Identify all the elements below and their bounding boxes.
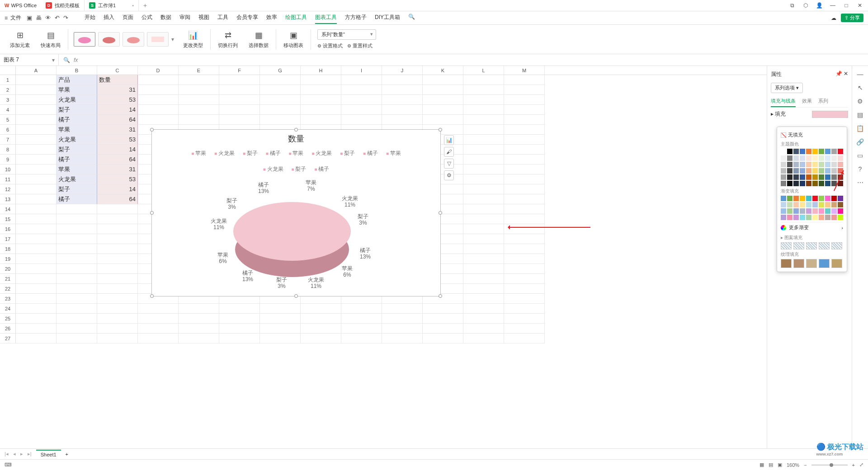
tab-efficiency[interactable]: 效率 xyxy=(266,12,277,24)
table-row[interactable]: 1产品数量 xyxy=(0,75,767,85)
new-tab-button[interactable]: + xyxy=(139,2,151,9)
sheet-area[interactable]: A B C D E F G H I J K L M 1产品数量2苹果313火龙果… xyxy=(0,66,767,459)
reset-style-button[interactable]: 重置样式 xyxy=(347,42,373,49)
color-swatch[interactable] xyxy=(793,162,799,167)
undo-icon[interactable]: ↶ xyxy=(55,14,60,21)
color-swatch[interactable] xyxy=(812,149,818,154)
tab-effect[interactable]: 效果 xyxy=(802,96,812,107)
tab-diy[interactable]: DIY工具箱 xyxy=(375,12,400,24)
color-swatch[interactable] xyxy=(806,181,811,186)
color-swatch[interactable] xyxy=(819,174,824,180)
color-swatch[interactable] xyxy=(800,162,805,167)
tab-data[interactable]: 数据 xyxy=(160,12,171,24)
chart-settings-icon[interactable]: ⚙ xyxy=(444,170,454,180)
gradient-swatch[interactable] xyxy=(793,196,799,201)
gradient-swatch[interactable] xyxy=(800,208,805,214)
series-options-button[interactable]: 系列选项 ▾ xyxy=(771,83,803,93)
chart-style-3[interactable] xyxy=(123,32,144,47)
print-icon[interactable]: 🖶 xyxy=(36,14,42,21)
gradient-swatch[interactable] xyxy=(825,215,830,220)
color-swatch[interactable] xyxy=(800,149,805,154)
tab-view[interactable]: 视图 xyxy=(198,12,209,24)
color-swatch[interactable] xyxy=(825,155,830,161)
color-swatch[interactable] xyxy=(838,155,843,161)
tab-series-opt[interactable]: 系列 xyxy=(818,96,828,107)
color-swatch[interactable] xyxy=(800,174,805,180)
gradient-swatch[interactable] xyxy=(812,208,818,214)
zoom-fx-icon[interactable]: 🔍 xyxy=(63,57,70,63)
color-swatch[interactable] xyxy=(787,149,793,154)
file-menu[interactable]: 文件 xyxy=(10,14,21,22)
color-swatch[interactable] xyxy=(793,174,799,180)
cursor-icon[interactable]: ↖ xyxy=(858,84,863,91)
series-select[interactable]: 系列"数量" xyxy=(317,29,376,40)
color-swatch[interactable] xyxy=(838,149,843,154)
settings-icon[interactable]: ⚙ xyxy=(857,98,863,105)
chart-style-2[interactable] xyxy=(98,32,120,47)
col-header[interactable]: J xyxy=(382,66,423,75)
gradient-swatch[interactable] xyxy=(787,202,793,207)
texture-swatches[interactable] xyxy=(781,259,843,268)
color-swatch[interactable] xyxy=(806,149,811,154)
color-swatch[interactable] xyxy=(819,155,824,161)
zoom-value[interactable]: 160% xyxy=(787,462,799,468)
gradient-swatch[interactable] xyxy=(787,196,793,201)
gradient-swatch[interactable] xyxy=(831,196,837,201)
gradient-swatch[interactable] xyxy=(819,215,824,220)
preview-icon[interactable]: 👁 xyxy=(45,14,51,21)
gradient-swatch[interactable] xyxy=(806,202,811,207)
sheet-nav-last[interactable]: ▸| xyxy=(28,451,32,457)
color-swatch[interactable] xyxy=(806,174,811,180)
tab-drawing[interactable]: 绘图工具 xyxy=(285,12,307,24)
color-swatch[interactable] xyxy=(812,168,818,174)
color-swatch[interactable] xyxy=(819,162,824,167)
tab-workbook[interactable]: S工作簿1• xyxy=(85,0,139,11)
col-header[interactable]: I xyxy=(341,66,382,75)
col-header[interactable]: F xyxy=(219,66,260,75)
tab-formula[interactable]: 公式 xyxy=(142,12,152,24)
color-swatch[interactable] xyxy=(812,155,818,161)
chart-style-more[interactable]: ▾ xyxy=(171,36,174,42)
table-row[interactable]: 25 xyxy=(0,314,767,324)
set-format-button[interactable]: 设置格式 xyxy=(317,42,343,49)
quick-layout-button[interactable]: ▤快速布局 xyxy=(35,25,66,54)
hamburger-icon[interactable]: ≡ xyxy=(5,15,8,21)
fullscreen-icon[interactable]: ⤢ xyxy=(859,462,863,468)
color-swatch[interactable] xyxy=(781,155,786,161)
color-swatch[interactable] xyxy=(800,181,805,186)
clipboard-icon[interactable]: 📋 xyxy=(856,125,864,132)
color-swatch[interactable] xyxy=(825,168,830,174)
tab-page[interactable]: 页面 xyxy=(123,12,133,24)
table-row[interactable]: 26 xyxy=(0,324,767,334)
tab-review[interactable]: 审阅 xyxy=(179,12,190,24)
color-swatch[interactable] xyxy=(787,162,793,167)
gradient-swatch[interactable] xyxy=(812,202,818,207)
color-swatch[interactable] xyxy=(806,162,811,167)
tab-template[interactable]: D找稻壳模板 xyxy=(41,0,85,11)
sheet-tab[interactable]: Sheet1 xyxy=(36,450,61,459)
gradient-swatch[interactable] xyxy=(812,215,818,220)
redo-icon[interactable]: ↷ xyxy=(63,14,68,21)
gradient-swatch[interactable] xyxy=(838,215,843,220)
color-swatch[interactable] xyxy=(819,168,824,174)
gradient-swatch[interactable] xyxy=(781,196,786,201)
gradient-swatch[interactable] xyxy=(781,202,786,207)
sheet-nav-first[interactable]: |◂ xyxy=(5,451,9,457)
gradient-swatch[interactable] xyxy=(838,196,843,201)
zoom-slider[interactable] xyxy=(811,465,848,465)
color-swatch[interactable] xyxy=(819,149,824,154)
gradient-swatch[interactable] xyxy=(793,208,799,214)
color-swatch[interactable] xyxy=(819,181,824,186)
chart-style-1[interactable] xyxy=(74,32,95,47)
share-button[interactable]: ⇪ 分享 xyxy=(841,14,863,22)
chart-title[interactable]: 数量 xyxy=(152,130,440,148)
chart-legend[interactable]: 苹果火龙果梨子橘子苹果火龙果梨子橘子苹果火龙果梨子橘子 xyxy=(152,148,440,175)
window-maximize-icon[interactable]: □ xyxy=(843,2,850,9)
color-swatch[interactable] xyxy=(800,155,805,161)
gradient-swatch[interactable] xyxy=(781,215,786,220)
col-header[interactable]: H xyxy=(301,66,341,75)
pie-chart[interactable]: 苹果7%火龙果11%梨子3%橘子13%苹果6%火龙果11%梨子3%橘子13%苹果… xyxy=(152,175,440,292)
window-restore-icon[interactable]: ⧉ xyxy=(788,2,796,9)
color-swatch[interactable] xyxy=(793,149,799,154)
gradient-swatch[interactable] xyxy=(825,208,830,214)
